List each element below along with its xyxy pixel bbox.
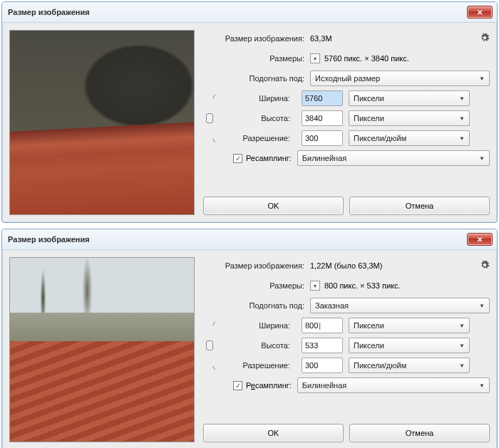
dimensions-value: 5760 пикс. × 3840 пикс.: [324, 54, 409, 63]
dimensions-label: Размеры:: [203, 54, 310, 63]
chevron-down-icon: ▼: [459, 135, 465, 142]
chevron-down-icon: ▼: [459, 95, 465, 102]
fit-to-label: Подогнать под:: [203, 301, 310, 310]
chevron-down-icon: ▼: [479, 155, 485, 162]
chevron-down-icon: ▼: [459, 363, 465, 369]
resolution-unit-select[interactable]: Пиксели/дюйм▼: [349, 358, 470, 373]
resolution-input[interactable]: 300: [302, 130, 343, 146]
titlebar[interactable]: Размер изображения ✕: [2, 229, 497, 250]
chevron-down-icon: ▼: [479, 382, 485, 389]
ok-button[interactable]: OK: [203, 424, 344, 442]
resolution-unit-select[interactable]: Пиксели/дюйм▼: [349, 130, 470, 146]
dimensions-value: 800 пикс. × 533 пикс.: [324, 281, 401, 290]
constrain-link-top: [203, 98, 216, 99]
close-icon: ✕: [477, 9, 483, 16]
constrain-link-bot: [203, 365, 216, 366]
height-label: Высота:: [223, 114, 296, 123]
image-size-dialog: Размер изображения ✕ Размер изображения:…: [1, 229, 498, 448]
close-button[interactable]: ✕: [467, 233, 493, 246]
chevron-down-icon: ▼: [459, 115, 465, 122]
constrain-link-icon[interactable]: [203, 340, 216, 350]
height-input[interactable]: 533: [302, 338, 343, 353]
dialog-title: Размер изображения: [8, 8, 90, 16]
resolution-input[interactable]: 300: [302, 358, 343, 373]
resolution-label: Разрешение:: [223, 134, 296, 142]
height-label: Высота:: [223, 341, 296, 350]
resample-method-select[interactable]: Билинейная▼: [297, 377, 490, 393]
constrain-link-top: [203, 325, 216, 326]
ok-button[interactable]: OK: [203, 197, 344, 215]
width-input[interactable]: 800: [302, 318, 343, 333]
preview-thumbnail[interactable]: [9, 30, 195, 215]
width-input[interactable]: 5760: [302, 90, 343, 106]
fit-to-select[interactable]: Заказная ▼: [310, 298, 490, 313]
chevron-down-icon: ▼: [479, 75, 485, 82]
resolution-label: Разрешение:: [223, 361, 296, 370]
width-label: Ширина:: [223, 94, 296, 103]
constrain-link-bot: [203, 138, 216, 139]
resample-checkbox[interactable]: ✓: [233, 381, 242, 390]
gear-icon[interactable]: [480, 33, 490, 44]
chevron-down-icon: ▼: [459, 343, 465, 349]
chevron-down-icon: ▼: [479, 303, 485, 309]
fit-to-label: Подогнать под:: [203, 74, 310, 83]
cancel-button[interactable]: Отмена: [349, 424, 490, 442]
dimensions-unit-toggle[interactable]: ▾: [310, 53, 320, 63]
height-input[interactable]: 3840: [302, 110, 343, 126]
titlebar[interactable]: Размер изображения ✕: [2, 2, 497, 23]
height-unit-select[interactable]: Пиксели▼: [349, 110, 470, 126]
preview-thumbnail[interactable]: [9, 257, 195, 442]
gear-icon[interactable]: [480, 260, 490, 271]
dimensions-unit-toggle[interactable]: ▾: [310, 281, 320, 291]
size-value: 1,22M (было 63,3M): [310, 261, 382, 270]
close-button[interactable]: ✕: [467, 6, 493, 19]
fit-to-select[interactable]: Исходный размер ▼: [310, 71, 490, 86]
height-unit-select[interactable]: Пиксели▼: [349, 338, 470, 353]
chevron-down-icon: ▼: [459, 323, 465, 329]
width-label: Ширина:: [223, 321, 296, 330]
close-icon: ✕: [477, 236, 483, 244]
width-unit-select[interactable]: Пиксели▼: [349, 318, 470, 333]
cancel-button[interactable]: Отмена: [349, 197, 490, 215]
dimensions-label: Размеры:: [203, 281, 310, 290]
constrain-link-icon[interactable]: [203, 113, 216, 123]
size-label: Размер изображения:: [203, 261, 310, 270]
image-size-dialog: Размер изображения ✕ Размер изображения:…: [1, 1, 498, 223]
resample-method-select[interactable]: Билинейная▼: [297, 150, 490, 166]
resample-checkbox[interactable]: ✓: [233, 154, 242, 163]
dialog-title: Размер изображения: [8, 235, 90, 244]
width-unit-select[interactable]: Пиксели▼: [349, 90, 470, 106]
size-label: Размер изображения:: [203, 34, 310, 43]
resample-label: Ресамплинг:: [246, 381, 292, 390]
resample-label: Ресамплинг:: [246, 154, 292, 162]
size-value: 63,3M: [310, 34, 332, 43]
